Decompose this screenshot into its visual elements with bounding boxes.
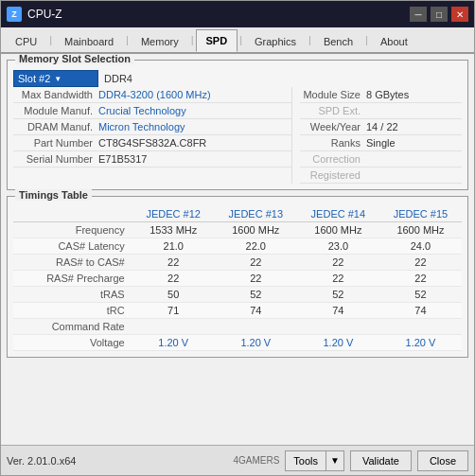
row-label-tras: tRAS [13, 287, 132, 303]
bandwidth-label: Max Bandwidth [13, 89, 98, 100]
main-content: Memory Slot Selection Slot #2 ▼ DDR4 Max… [1, 54, 474, 445]
slot-type-label: DDR4 [104, 73, 132, 84]
col-header-jedec13: JEDEC #13 [215, 206, 297, 222]
raspre-jedec15: 22 [379, 271, 462, 287]
maximize-button[interactable]: □ [431, 7, 448, 22]
tab-spd[interactable]: SPD [196, 29, 238, 52]
window-title: CPU-Z [27, 8, 410, 21]
trc-jedec13: 74 [215, 303, 297, 319]
registered-label: Registered [300, 169, 366, 181]
trc-jedec14: 74 [297, 303, 379, 319]
freq-jedec15: 1600 MHz [379, 222, 462, 238]
trc-jedec12: 71 [132, 303, 215, 319]
tabs-bar: CPU | Mainboard | Memory | SPD | Graphic… [1, 27, 474, 54]
row-label-cmd-rate: Command Rate [13, 319, 132, 335]
correction-label: Correction [300, 153, 366, 165]
cmdrate-jedec13 [215, 319, 297, 335]
close-button[interactable]: Close [417, 450, 468, 471]
row-label-cas: CAS# Latency [13, 238, 132, 255]
dram-manuf-value: Micron Technology [98, 121, 185, 132]
slot-selection-group: Memory Slot Selection Slot #2 ▼ DDR4 Max… [7, 60, 468, 190]
tab-sep-4: | [238, 34, 244, 45]
info-row-correction: Correction [300, 151, 462, 167]
spd-ext-label: SPD Ext. [300, 105, 366, 116]
minimize-button[interactable]: ─ [410, 7, 427, 22]
tab-cpu[interactable]: CPU [5, 29, 47, 52]
tools-dropdown-arrow[interactable]: ▼ [325, 450, 344, 471]
freq-jedec14: 1600 MHz [297, 222, 379, 238]
main-window: Z CPU-Z ─ □ ✕ CPU | Mainboard | Memory |… [0, 0, 475, 476]
tools-button[interactable]: Tools [285, 450, 325, 471]
brand-label: 4GAMERS [233, 455, 279, 466]
tab-sep-1: | [47, 34, 54, 45]
tras-jedec13: 52 [215, 287, 297, 303]
week-year-label: Week/Year [300, 121, 366, 132]
raspre-jedec14: 22 [297, 271, 379, 287]
tab-graphics[interactable]: Graphics [244, 29, 307, 52]
cmdrate-jedec12 [132, 319, 215, 335]
cas-jedec15: 24.0 [379, 238, 462, 255]
week-year-value: 14 / 22 [366, 121, 398, 132]
slot-selection-title: Memory Slot Selection [15, 54, 134, 64]
rascas-jedec13: 22 [215, 255, 297, 271]
dropdown-arrow-icon: ▼ [54, 75, 62, 83]
col-header-jedec15: JEDEC #15 [379, 206, 462, 222]
window-controls: ─ □ ✕ [410, 7, 468, 22]
voltage-jedec13: 1.20 V [215, 335, 297, 351]
version-label: Ver. 2.01.0.x64 [7, 455, 227, 467]
info-row-serial: Serial Number E71B5317 [13, 151, 291, 167]
table-row: tRC 71 74 74 74 [13, 303, 462, 319]
row-label-ras-pre: RAS# Precharge [13, 271, 132, 287]
app-icon: Z [7, 7, 22, 22]
info-row-ranks: Ranks Single [300, 135, 462, 151]
slot-select-value: Slot #2 [18, 73, 50, 84]
info-row-bandwidth: Max Bandwidth DDR4-3200 (1600 MHz) [13, 87, 291, 103]
voltage-jedec12: 1.20 V [132, 335, 215, 351]
bandwidth-value: DDR4-3200 (1600 MHz) [98, 89, 211, 100]
tras-jedec12: 50 [132, 287, 215, 303]
row-label-freq: Frequency [13, 222, 132, 238]
table-row: RAS# to CAS# 22 22 22 22 [13, 255, 462, 271]
part-number-label: Part Number [13, 137, 98, 149]
tras-jedec14: 52 [297, 287, 379, 303]
trc-jedec15: 74 [379, 303, 462, 319]
info-row-week-year: Week/Year 14 / 22 [300, 119, 462, 135]
rascas-jedec15: 22 [379, 255, 462, 271]
tab-sep-2: | [124, 34, 131, 45]
col-header-label [13, 206, 132, 222]
validate-button[interactable]: Validate [350, 450, 412, 471]
info-row-part-number: Part Number CT8G4SFS832A.C8FR [13, 135, 291, 151]
tab-about[interactable]: About [370, 29, 418, 52]
slot-info-left: Max Bandwidth DDR4-3200 (1600 MHz) Modul… [13, 87, 291, 184]
table-row: CAS# Latency 21.0 22.0 23.0 24.0 [13, 238, 462, 255]
tab-memory[interactable]: Memory [131, 29, 189, 52]
part-number-value: CT8G4SFS832A.C8FR [98, 137, 206, 149]
tab-sep-6: | [363, 34, 370, 45]
cas-jedec13: 22.0 [215, 238, 297, 255]
slot-info-cols: Max Bandwidth DDR4-3200 (1600 MHz) Modul… [13, 87, 462, 184]
module-manuf-value: Crucial Technology [98, 105, 186, 116]
tab-bench[interactable]: Bench [313, 29, 363, 52]
row-label-trc: tRC [13, 303, 132, 319]
voltage-jedec15: 1.20 V [379, 335, 462, 351]
serial-value: E71B5317 [98, 153, 147, 165]
info-row-spd-ext: SPD Ext. [300, 103, 462, 119]
ranks-label: Ranks [300, 137, 366, 149]
slot-row: Slot #2 ▼ DDR4 [13, 70, 462, 87]
info-row-dram-manuf: DRAM Manuf. Micron Technology [13, 119, 291, 135]
info-row-module-size: Module Size 8 GBytes [300, 87, 462, 103]
cmdrate-jedec15 [379, 319, 462, 335]
close-window-button[interactable]: ✕ [451, 7, 468, 22]
col-header-jedec14: JEDEC #14 [297, 206, 379, 222]
raspre-jedec13: 22 [215, 271, 297, 287]
tras-jedec15: 52 [379, 287, 462, 303]
module-manuf-label: Module Manuf. [13, 105, 98, 116]
tab-mainboard[interactable]: Mainboard [54, 29, 124, 52]
info-row-registered: Registered [300, 167, 462, 184]
slot-select-dropdown[interactable]: Slot #2 ▼ [13, 70, 98, 87]
info-row-module-manuf: Module Manuf. Crucial Technology [13, 103, 291, 119]
timings-title: Timings Table [15, 189, 92, 201]
timings-table: JEDEC #12 JEDEC #13 JEDEC #14 JEDEC #15 … [13, 206, 462, 351]
cas-jedec14: 23.0 [297, 238, 379, 255]
tools-button-group: Tools ▼ [285, 450, 344, 471]
